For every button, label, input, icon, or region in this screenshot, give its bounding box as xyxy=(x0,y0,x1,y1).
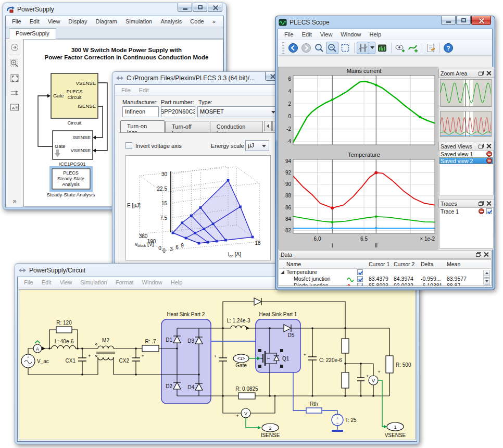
saved-views-header[interactable]: Saved Views xyxy=(438,142,494,151)
cursors-icon[interactable] xyxy=(357,42,369,54)
powersupply-titlebar[interactable]: PowerSupply xyxy=(3,3,226,16)
close-panel-icon[interactable] xyxy=(484,252,488,257)
maximize-button[interactable] xyxy=(193,3,207,12)
divider-resistor-top[interactable] xyxy=(342,339,349,353)
trace-item[interactable]: Trace 1 xyxy=(439,208,493,215)
trace-visible-checkbox[interactable] xyxy=(486,208,492,214)
table-row[interactable]: Mosfet junction 83.4379 84.3974 -0.959..… xyxy=(279,276,491,282)
heat-sink-part1-block[interactable] xyxy=(256,319,300,372)
toolbar-grip[interactable] xyxy=(282,42,284,54)
menu-help[interactable]: Help xyxy=(365,30,385,39)
type-select[interactable]: MOSFET xyxy=(197,106,279,117)
scroll-up-icon[interactable] xyxy=(484,270,489,276)
menu-view[interactable]: View xyxy=(316,30,337,39)
minimize-button[interactable] xyxy=(178,3,192,12)
menu-edit[interactable]: Edit xyxy=(26,17,44,26)
loss-editor-titlebar[interactable]: C:/Program Files/Plexim/PLECS 3.3 (64 bi… xyxy=(112,72,283,84)
menu-file[interactable]: File xyxy=(20,278,37,287)
tab-turn-off-loss[interactable]: Turn-off loss xyxy=(165,121,209,132)
resistor-r500[interactable] xyxy=(386,356,393,373)
steady-state-analysis-block[interactable]: PLECS Steady-State Analysis xyxy=(51,167,92,191)
maximize-button[interactable] xyxy=(456,16,471,25)
divider-resistor-bottom[interactable] xyxy=(342,372,349,388)
row-checkbox[interactable] xyxy=(357,276,363,282)
add-trace-icon[interactable] xyxy=(407,42,419,54)
menu-edit[interactable]: Edit xyxy=(298,30,316,39)
collapse-icon[interactable] xyxy=(281,270,284,274)
help-icon[interactable]: ? xyxy=(442,42,455,54)
zoom-area-header[interactable]: Zoom Area xyxy=(438,69,494,78)
properties-icon[interactable] xyxy=(424,42,437,54)
resistor-r07[interactable] xyxy=(142,345,159,352)
tab-scroll-left[interactable] xyxy=(264,121,272,131)
circuit-canvas[interactable]: R: 120 L: 40e-6 V_ac A + − CX1 + M2 CX2 … xyxy=(19,289,416,440)
invert-voltage-axis-checkbox[interactable] xyxy=(125,142,132,149)
float-panel-icon[interactable] xyxy=(476,252,481,257)
float-panel-icon[interactable] xyxy=(479,144,484,148)
part-number-field[interactable]: SPP20N60C3 xyxy=(161,106,195,117)
menu-window[interactable]: Window xyxy=(138,278,167,287)
circuit-window[interactable]: PowerSupply/Circuit File Edit View Simul… xyxy=(15,263,420,444)
menu-format[interactable]: Format xyxy=(111,278,138,287)
heat-sink-part2-block[interactable] xyxy=(161,319,211,404)
goto-icon[interactable] xyxy=(8,41,21,54)
zoom-x-icon[interactable] xyxy=(326,42,338,54)
menu-simulation[interactable]: Simulation xyxy=(76,278,111,287)
analysis-icon[interactable] xyxy=(376,42,388,54)
zoom-icon[interactable] xyxy=(313,42,325,54)
scope-titlebar[interactable]: PLECS Scope xyxy=(275,16,495,29)
fit-view-icon[interactable] xyxy=(8,72,21,84)
forward-icon[interactable] xyxy=(300,42,312,54)
zoom-fit-icon[interactable] xyxy=(339,42,351,54)
remove-icon[interactable] xyxy=(479,208,484,214)
resistor-r120[interactable] xyxy=(56,327,72,333)
inductor-l124[interactable] xyxy=(231,326,246,328)
float-panel-icon[interactable] xyxy=(479,201,484,206)
signal-flow-icon[interactable] xyxy=(8,86,21,99)
row-checkbox[interactable] xyxy=(357,283,363,286)
add-view-icon[interactable] xyxy=(394,42,406,54)
menu-window[interactable]: Window xyxy=(336,30,365,39)
scroll-down-icon[interactable] xyxy=(484,278,489,284)
saved-view-item-selected[interactable]: Saved view 2 xyxy=(439,157,493,164)
close-panel-icon[interactable] xyxy=(486,201,491,206)
table-scrollbar[interactable] xyxy=(483,270,490,284)
menu-file[interactable]: File xyxy=(280,30,298,39)
cursors-dropdown-icon[interactable] xyxy=(369,42,375,54)
menu-overflow[interactable]: » xyxy=(208,17,220,26)
zoom-area-temperature-thumbnail[interactable] xyxy=(440,111,492,137)
zoom-select-icon[interactable] xyxy=(8,57,21,70)
menu-help[interactable]: Help xyxy=(167,278,187,287)
float-panel-icon[interactable] xyxy=(479,71,484,76)
tab-powersupply[interactable]: PowerSupply xyxy=(9,28,56,39)
menu-view[interactable]: View xyxy=(56,278,77,287)
remove-icon[interactable] xyxy=(486,151,492,157)
saved-view-item[interactable]: Saved view 1 xyxy=(439,151,493,157)
menu-edit[interactable]: Edit xyxy=(37,278,56,287)
tab-turn-on-loss[interactable]: Turn-on loss xyxy=(120,120,165,132)
close-button[interactable] xyxy=(471,16,491,25)
inductor-l40[interactable] xyxy=(52,345,76,349)
zoom-area-current-thumbnail[interactable] xyxy=(440,79,492,107)
scope-plots[interactable]: -4-20246Mains current82848688909294Tempe… xyxy=(279,67,438,249)
minimize-button[interactable] xyxy=(441,16,456,25)
loss-editor-window[interactable]: C:/Program Files/Plexim/PLECS 3.3 (64 bi… xyxy=(112,71,284,270)
tab-conduction-loss[interactable]: Conduction loss xyxy=(210,121,263,132)
resistor-r00825[interactable] xyxy=(238,393,255,399)
menu-display[interactable]: Display xyxy=(64,17,91,26)
back-icon[interactable] xyxy=(287,42,299,54)
thermal-resistor-rth[interactable] xyxy=(306,408,322,413)
circuit-subsystem-block[interactable]: VSENSE PLECS Circuit Gate ISENSE xyxy=(51,73,98,118)
close-panel-icon[interactable] xyxy=(486,71,491,76)
toolbar-overflow[interactable]: » xyxy=(6,197,23,205)
menu-diagram[interactable]: Diagram xyxy=(91,17,121,26)
menu-simulation[interactable]: Simulation xyxy=(121,17,156,26)
traces-header[interactable]: Traces xyxy=(438,199,494,208)
transformer-m2[interactable] xyxy=(96,344,116,360)
menu-view[interactable]: View xyxy=(44,17,65,26)
plecs-scope-window[interactable]: PLECS Scope File Edit View Window Help xyxy=(275,16,495,290)
text-tool-icon[interactable]: A xyxy=(8,101,21,114)
table-group-row[interactable]: Temperature xyxy=(279,269,491,276)
remove-icon[interactable] xyxy=(486,158,492,164)
menu-file[interactable]: File xyxy=(8,17,26,26)
